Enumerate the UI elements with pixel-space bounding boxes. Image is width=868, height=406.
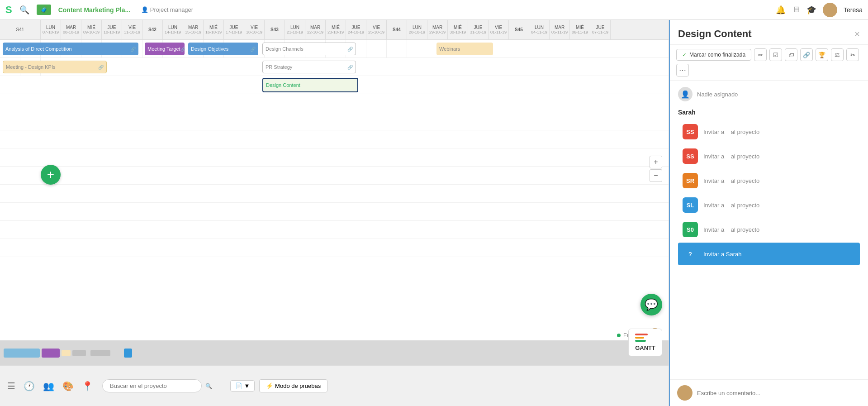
gantt-row-1: Analysis of Direct Competition 🔗 Meeting… xyxy=(0,40,669,58)
comment-input[interactable] xyxy=(697,390,861,396)
invite-text-4: Invitar a al proyecto xyxy=(703,202,759,209)
search-area: 🔍 xyxy=(102,379,212,392)
gantt-col-mar-15: MAR15-10-19 xyxy=(183,20,204,39)
gantt-col-jue-17: JUE17-10-19 xyxy=(224,20,244,39)
clock-icon[interactable]: 🕐 xyxy=(24,381,35,392)
main-area: S41 LUN07-10-19 MAR08-10-19 MIÉ09-10-19 … xyxy=(0,20,868,406)
link-icon[interactable]: 🔗 xyxy=(130,47,136,52)
add-task-button[interactable]: + xyxy=(41,165,61,185)
invite-item-3[interactable]: SR Invitar a al proyecto xyxy=(678,169,860,192)
gantt-box[interactable]: GANTT xyxy=(628,329,662,356)
invite-text-5: Invitar a al proyecto xyxy=(703,226,759,233)
gantt-row-10 xyxy=(0,203,669,221)
link-icon-3[interactable]: 🔗 xyxy=(250,47,256,52)
gantt-row-4 xyxy=(0,94,669,112)
link-tool-icon[interactable]: 🔗 xyxy=(800,48,813,61)
gantt-row-3: Design Content xyxy=(0,76,669,94)
chat-bubble[interactable]: 💬 xyxy=(640,294,662,315)
task-meeting-target[interactable]: Meeting Target 🔗 xyxy=(145,43,185,55)
bottom-bar: ☰ 🕐 👥 🎨 📍 🔍 📄 ▼ ⚡ Modo de pruebas xyxy=(0,365,669,406)
notification-icon[interactable]: 🔔 xyxy=(776,5,786,15)
gantt-label: GANTT xyxy=(635,344,655,351)
task-design-objetives[interactable]: Design Objetives 🔗 xyxy=(188,43,258,55)
invite-item-1[interactable]: SS Invitar a al proyecto xyxy=(678,120,860,143)
gantt-col-s43: S43 xyxy=(265,20,285,39)
assignee-row: 👤 Nadie asignado xyxy=(678,87,860,101)
invite-item-4[interactable]: SL Invitar a al proyecto xyxy=(678,194,860,216)
test-mode-button[interactable]: ⚡ Modo de pruebas xyxy=(259,379,327,392)
gantt-col-lun-28: LUN28-10-19 xyxy=(407,20,427,39)
user-avatar[interactable] xyxy=(823,3,837,17)
panel-header: Design Content × xyxy=(670,20,868,45)
document-button[interactable]: 📄 ▼ xyxy=(230,380,255,392)
gantt-col-mie-16: MIÉ16-10-19 xyxy=(204,20,224,39)
gantt-row-7 xyxy=(0,148,669,167)
close-button[interactable]: × xyxy=(854,29,860,39)
invite-avatar-ss1: SS xyxy=(683,124,698,139)
users-icon[interactable]: 👥 xyxy=(43,381,54,392)
project-name[interactable]: Content Marketing Pla... xyxy=(58,6,130,14)
task-analysis-label: Analysis of Direct Competition xyxy=(5,46,72,52)
task-webinars[interactable]: Webinars xyxy=(436,43,493,55)
gantt-row-6 xyxy=(0,130,669,148)
task-design-content[interactable]: Design Content xyxy=(262,78,358,92)
edit-tool-icon[interactable]: ✏ xyxy=(754,48,767,61)
task-analysis[interactable]: Analysis of Direct Competition 🔗 xyxy=(3,43,138,55)
mini-timeline[interactable] xyxy=(0,340,669,365)
gantt-col-mie-06: MIÉ06-11-19 xyxy=(570,20,590,39)
gantt-col-jue-24: JUE24-10-19 xyxy=(346,20,366,39)
finalize-button[interactable]: ✓ Marcar como finalizada xyxy=(676,49,751,61)
gantt-col-mar-05: MAR05-11-19 xyxy=(550,20,570,39)
link-icon-4[interactable]: 🔗 xyxy=(347,47,353,52)
gantt-col-s42: S42 xyxy=(142,20,163,39)
more-tool-icon[interactable]: ⋯ xyxy=(676,64,689,76)
invite-item-2[interactable]: SS Invitar a al proyecto xyxy=(678,145,860,167)
user-name: Teresa xyxy=(844,6,863,14)
task-webinars-label: Webinars xyxy=(439,46,460,52)
comment-area xyxy=(670,379,868,406)
trophy-tool-icon[interactable]: 🏆 xyxy=(816,48,828,61)
invite-avatar-sr: SR xyxy=(683,173,698,188)
invite-item-5[interactable]: S0 Invitar a al proyecto xyxy=(678,218,860,241)
search-icon[interactable]: 🔍 xyxy=(205,383,212,389)
list-icon[interactable]: ☰ xyxy=(7,381,15,392)
search-nav-icon[interactable]: 🔍 xyxy=(19,5,29,15)
help-icon[interactable]: 🎓 xyxy=(806,5,816,15)
invite-sarah-item[interactable]: ? Invitar a Sarah xyxy=(678,243,860,265)
gantt-row-12 xyxy=(0,239,669,257)
check-tool-icon[interactable]: ☑ xyxy=(769,48,782,61)
gantt-col-s45: S45 xyxy=(509,20,529,39)
pin-icon[interactable]: 📍 xyxy=(82,381,93,392)
link-icon-5[interactable]: 🔗 xyxy=(98,65,104,70)
task-pr-strategy[interactable]: PR Strategy 🔗 xyxy=(262,61,356,73)
task-pr-strategy-label: PR Strategy xyxy=(266,64,292,70)
panel-body: 👤 Nadie asignado Sarah SS Invitar a al p… xyxy=(670,81,868,379)
invite-avatar-ss2: SS xyxy=(683,148,698,164)
tag-tool-icon[interactable]: 🏷 xyxy=(785,48,797,61)
link-icon-2[interactable]: 🔗 xyxy=(180,47,185,52)
gantt-col-mie-9: MIÉ09-10-19 xyxy=(81,20,102,39)
task-design-channels[interactable]: Design Channels 🔗 xyxy=(262,43,356,55)
gantt-col-vie-11: VIE11-10-19 xyxy=(122,20,142,39)
gantt-col-lun-7: LUN07-10-19 xyxy=(41,20,61,39)
scale-tool-icon[interactable]: ⚖ xyxy=(831,48,844,61)
gantt-row-8 xyxy=(0,167,669,185)
monitor-icon[interactable]: 🖥 xyxy=(792,5,800,14)
zoom-out-button[interactable]: − xyxy=(650,169,662,182)
role-label: 👤 Project manager xyxy=(141,6,193,13)
zoom-in-button[interactable]: + xyxy=(650,156,662,168)
link-icon-6[interactable]: 🔗 xyxy=(347,65,353,70)
gantt-col-lun-04: LUN04-11-19 xyxy=(529,20,550,39)
project-bag-icon[interactable]: 🧳 xyxy=(37,5,51,15)
search-input[interactable] xyxy=(102,379,202,392)
gantt-col-mar-22: MAR22-10-19 xyxy=(305,20,326,39)
panel-toolbar: ✓ Marcar como finalizada ✏ ☑ 🏷 🔗 🏆 ⚖ ✂ ⋯ xyxy=(670,45,868,81)
scissors-tool-icon[interactable]: ✂ xyxy=(846,48,859,61)
palette-icon[interactable]: 🎨 xyxy=(62,381,74,392)
invite-list: SS Invitar a al proyecto SS Invitar a al… xyxy=(678,120,860,265)
panel-title: Design Content xyxy=(678,28,850,40)
invite-avatar-s0: S0 xyxy=(683,222,698,237)
assignee-icon: 👤 xyxy=(678,87,693,101)
gantt-row-5 xyxy=(0,112,669,130)
task-meeting-kpis[interactable]: Meeting - Design KPIs 🔗 xyxy=(3,61,107,73)
